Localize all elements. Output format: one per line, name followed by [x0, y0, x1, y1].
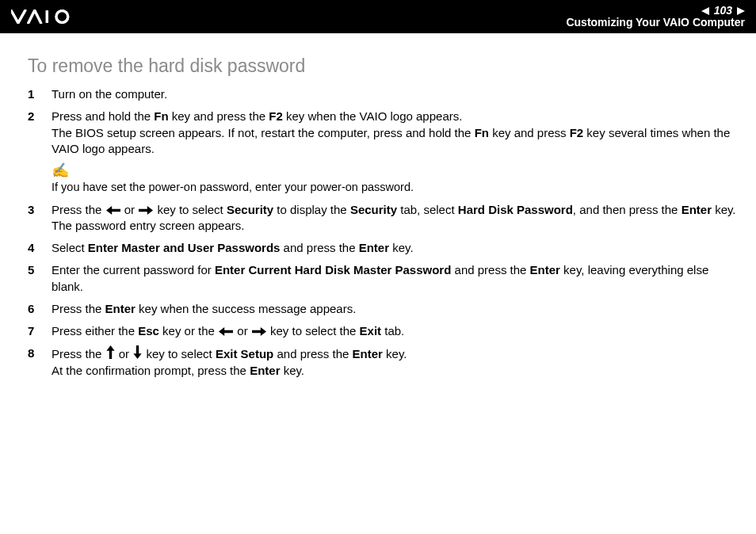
nav-prev-icon[interactable] — [701, 7, 709, 15]
step-body: Enter the current password for Enter Cur… — [52, 262, 736, 295]
note-icon: ✍ — [52, 163, 736, 177]
step-2: 2 Press and hold the Fn key and press th… — [28, 109, 736, 157]
step-number: 3 — [28, 202, 52, 218]
step-8: 8 Press the or key to select Exit Setup … — [28, 345, 736, 379]
step-number: 4 — [28, 240, 52, 256]
step-number: 5 — [28, 262, 52, 278]
arrow-up-icon — [106, 345, 115, 359]
page-nav: 103 — [566, 5, 745, 17]
svg-rect-4 — [46, 10, 48, 23]
content: To remove the hard disk password 1 Turn … — [0, 33, 756, 379]
arrow-right-icon — [139, 206, 153, 215]
note: ✍ If you have set the power-on password,… — [52, 163, 736, 196]
steps-list-cont: 3 Press the or key to select Security to… — [28, 202, 736, 379]
step-body: Press the Enter key when the success mes… — [52, 301, 736, 317]
vaio-logo — [11, 10, 90, 24]
step-body: Press the or key to select Exit Setup an… — [52, 345, 736, 379]
step-3: 3 Press the or key to select Security to… — [28, 202, 736, 235]
note-text: If you have set the power-on password, e… — [52, 181, 414, 193]
step-body: Press and hold the Fn key and press the … — [52, 109, 736, 157]
step-number: 1 — [28, 86, 52, 102]
step-1: 1 Turn on the computer. — [28, 86, 736, 102]
step-4: 4 Select Enter Master and User Passwords… — [28, 240, 736, 256]
step-body: Select Enter Master and User Passwords a… — [52, 240, 736, 256]
header-right: 103 Customizing Your VAIO Computer — [566, 5, 745, 28]
arrow-left-icon — [106, 206, 120, 215]
svg-point-5 — [56, 11, 68, 23]
step-body: Press either the Esc key or the or key t… — [52, 323, 736, 339]
nav-next-icon[interactable] — [737, 7, 745, 15]
step-6: 6 Press the Enter key when the success m… — [28, 301, 736, 317]
section-name: Customizing Your VAIO Computer — [566, 17, 745, 29]
arrow-right-icon — [252, 327, 266, 336]
step-number: 6 — [28, 301, 52, 317]
step-7: 7 Press either the Esc key or the or key… — [28, 323, 736, 339]
page-title: To remove the hard disk password — [28, 54, 736, 78]
step-number: 8 — [28, 345, 52, 361]
header-bar: 103 Customizing Your VAIO Computer — [0, 0, 756, 33]
step-body: Turn on the computer. — [52, 86, 736, 102]
page-number: 103 — [714, 5, 732, 17]
arrow-down-icon — [133, 345, 142, 359]
step-body: Press the or key to select Security to d… — [52, 202, 736, 235]
arrow-left-icon — [219, 327, 233, 336]
step-5: 5 Enter the current password for Enter C… — [28, 262, 736, 295]
steps-list: 1 Turn on the computer. 2 Press and hold… — [28, 86, 736, 157]
step-number: 2 — [28, 109, 52, 124]
step-number: 7 — [28, 323, 52, 339]
